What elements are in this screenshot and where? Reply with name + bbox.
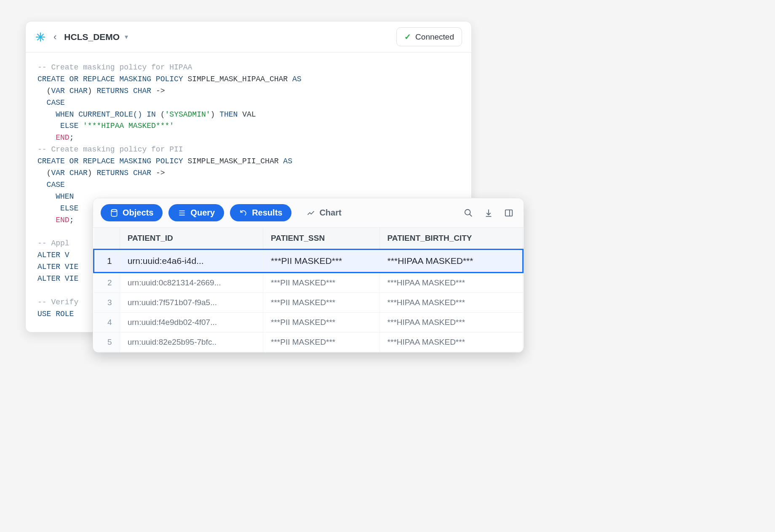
svg-point-8: [465, 209, 470, 215]
cell-patient-ssn[interactable]: ***PII MASKED***: [263, 273, 380, 293]
table-row[interactable]: 5urn:uuid:82e25b95-7bfc..***PII MASKED**…: [94, 332, 523, 352]
tab-chart[interactable]: Chart: [297, 204, 350, 221]
row-number: 4: [94, 313, 120, 332]
search-button[interactable]: [461, 206, 476, 220]
editor-header: ‹ HCLS_DEMO ▾ ✓ Connected: [26, 21, 471, 53]
tab-query-label: Query: [190, 208, 215, 218]
row-number: 3: [94, 293, 120, 313]
cell-patient-ssn[interactable]: ***PII MASKED***: [263, 250, 380, 273]
col-header-patient-birth-city[interactable]: PATIENT_BIRTH_CITY: [379, 228, 523, 250]
col-header-patient-id[interactable]: PATIENT_ID: [120, 228, 263, 250]
cell-patient-id[interactable]: urn:uuid:0c821314-2669...: [120, 273, 263, 293]
worksheet-name[interactable]: HCLS_DEMO: [64, 32, 120, 42]
table-row[interactable]: 4urn:uuid:f4e9db02-4f07...***PII MASKED*…: [94, 313, 523, 332]
cell-patient-ssn[interactable]: ***PII MASKED***: [263, 293, 380, 313]
download-icon: [484, 208, 493, 218]
list-icon: [178, 209, 186, 217]
tab-chart-label: Chart: [319, 208, 341, 218]
row-number: 2: [94, 273, 120, 293]
svg-rect-10: [505, 210, 513, 216]
worksheet-menu-chevron-icon[interactable]: ▾: [125, 33, 128, 41]
panel-toggle-button[interactable]: [502, 206, 516, 220]
results-panel: Objects Query Results Chart: [93, 198, 524, 353]
arrow-return-icon: [239, 209, 248, 217]
back-button[interactable]: ‹: [51, 32, 59, 43]
cell-patient-birth-city[interactable]: ***HIPAA MASKED***: [379, 273, 523, 293]
cell-patient-birth-city[interactable]: ***HIPAA MASKED***: [379, 313, 523, 332]
results-tabs: Objects Query Results Chart: [93, 198, 524, 228]
snowflake-logo-icon: [35, 32, 46, 43]
row-number: 1: [94, 250, 120, 273]
svg-point-4: [111, 209, 117, 211]
results-table: PATIENT_ID PATIENT_SSN PATIENT_BIRTH_CIT…: [93, 228, 524, 352]
database-icon: [110, 209, 118, 217]
table-row[interactable]: 2urn:uuid:0c821314-2669...***PII MASKED*…: [94, 273, 523, 293]
tab-results-label: Results: [252, 208, 282, 218]
cell-patient-birth-city[interactable]: ***HIPAA MASKED***: [379, 250, 523, 273]
table-row[interactable]: 3urn:uuid:7f571b07-f9a5...***PII MASKED*…: [94, 293, 523, 313]
row-number: 5: [94, 332, 120, 352]
panel-icon: [504, 208, 513, 218]
svg-line-9: [470, 214, 472, 216]
header-left: ‹ HCLS_DEMO ▾: [35, 32, 128, 43]
table-row[interactable]: 1urn:uuid:e4a6-i4d...***PII MASKED******…: [94, 250, 523, 273]
check-icon: ✓: [404, 32, 411, 42]
tab-results[interactable]: Results: [230, 204, 291, 221]
tab-objects-label: Objects: [123, 208, 153, 218]
cell-patient-ssn[interactable]: ***PII MASKED***: [263, 313, 380, 332]
chart-line-icon: [307, 209, 315, 217]
cell-patient-id[interactable]: urn:uuid:7f571b07-f9a5...: [120, 293, 263, 313]
cell-patient-id[interactable]: urn:uuid:82e25b95-7bfc..: [120, 332, 263, 352]
col-header-patient-ssn[interactable]: PATIENT_SSN: [263, 228, 380, 250]
cell-patient-birth-city[interactable]: ***HIPAA MASKED***: [379, 293, 523, 313]
cell-patient-id[interactable]: urn:uuid:e4a6-i4d...: [120, 250, 263, 273]
download-button[interactable]: [481, 206, 496, 220]
tab-objects[interactable]: Objects: [101, 204, 163, 221]
connection-status-button[interactable]: ✓ Connected: [396, 27, 462, 46]
rownum-header: [94, 228, 120, 250]
search-icon: [464, 208, 473, 218]
cell-patient-ssn[interactable]: ***PII MASKED***: [263, 332, 380, 352]
tab-query[interactable]: Query: [168, 204, 224, 221]
cell-patient-birth-city[interactable]: ***HIPAA MASKED***: [379, 332, 523, 352]
cell-patient-id[interactable]: urn:uuid:f4e9db02-4f07...: [120, 313, 263, 332]
connection-status-label: Connected: [415, 32, 454, 42]
